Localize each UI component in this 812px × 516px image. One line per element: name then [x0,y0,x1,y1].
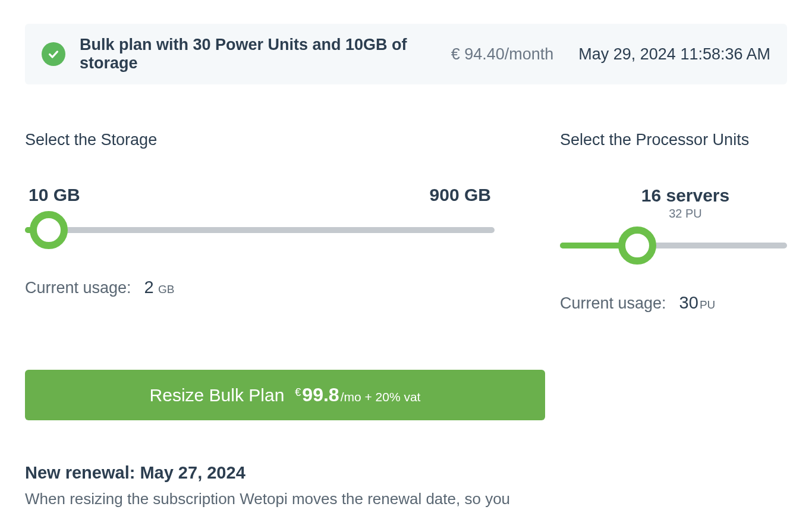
plan-date: May 29, 2024 11:58:36 AM [578,45,770,64]
resize-label: Resize Bulk Plan [150,385,285,405]
pu-servers: 16 servers [641,185,729,206]
pu-slider[interactable] [560,226,787,265]
renewal-section: New renewal: May 27, 2024 When resizing … [25,463,787,516]
storage-max: 900 GB [430,185,491,205]
plan-title: Bulk plan with 30 Power Units and 10GB o… [80,36,437,73]
plan-price: € 94.40/month [451,45,554,64]
storage-section: Select the Storage 10 GB 900 GB Current … [25,131,495,313]
pu-usage-value: 30 [679,293,698,312]
pu-usage: Current usage: 30PU [560,293,787,313]
renewal-desc: When resizing the subscription Wetopi mo… [25,487,512,516]
pu-usage-label: Current usage: [560,294,666,313]
storage-usage: Current usage: 2 GB [25,278,495,297]
pu-section: Select the Processor Units 16 servers 32… [560,131,787,313]
pu-slider-thumb[interactable] [618,226,656,265]
storage-slider-thumb[interactable] [30,211,68,249]
storage-min: 10 GB [29,185,80,205]
storage-usage-value: 2 [144,278,154,297]
storage-title: Select the Storage [25,131,495,149]
storage-slider[interactable] [25,211,495,249]
pu-usage-unit: PU [700,298,715,311]
storage-usage-label: Current usage: [25,279,131,297]
renewal-title: New renewal: May 27, 2024 [25,463,787,483]
resize-currency: € [295,386,301,399]
pu-slider-labels: 16 servers 32 PU [584,185,787,221]
plan-banner: Bulk plan with 30 Power Units and 10GB o… [25,24,787,84]
resize-suffix: /mo + 20% vat [341,390,421,404]
pu-title: Select the Processor Units [560,131,787,149]
check-circle-icon [42,42,65,66]
storage-slider-labels: 10 GB 900 GB [25,185,495,205]
storage-usage-unit: GB [155,283,175,295]
pu-count: 32 PU [669,206,702,221]
resize-price: 99.8 [302,384,339,406]
resize-button[interactable]: Resize Bulk Plan € 99.8 /mo + 20% vat [25,370,545,420]
